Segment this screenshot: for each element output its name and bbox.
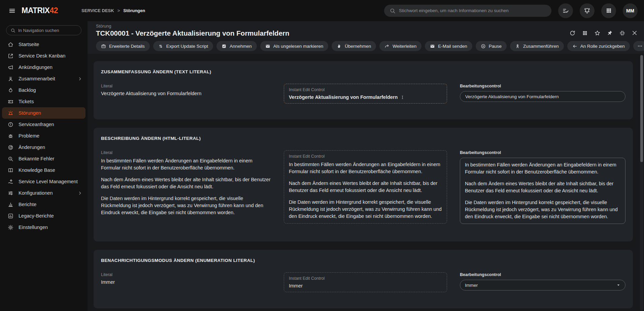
sidebar-item-label: Serviceanfragen <box>19 122 54 127</box>
sidebar-item-probleme[interactable]: Probleme <box>2 130 86 142</box>
pause-circle-icon <box>481 44 486 49</box>
more-actions-button[interactable] <box>633 41 644 51</box>
sidebar-item-aenderungen[interactable]: Änderungen <box>2 142 86 153</box>
hand-gear-icon <box>7 179 14 185</box>
sidebar-item-einstellungen[interactable]: Einstellungen <box>2 222 86 233</box>
sidebar-item-tickets[interactable]: Tickets <box>2 96 86 107</box>
sidebar-item-zusammenarbeit[interactable]: Zusammenarbeit <box>2 73 86 84</box>
apps-grid-icon <box>606 7 612 14</box>
record-dialog: Störung TCK00001 - Verzögerte Aktualisie… <box>88 21 644 311</box>
global-search-input[interactable] <box>399 8 546 13</box>
instant-edit-control[interactable]: Instant Edit Control Immer <box>284 272 447 292</box>
uebernehmen-button[interactable]: Übernehmen <box>332 41 376 51</box>
bar-chart-box-icon <box>7 213 14 219</box>
apps-button[interactable] <box>601 3 616 18</box>
breadcrumb-root[interactable]: SERVICE DESK <box>81 8 114 13</box>
sidebar-item-serviceanfragen[interactable]: Serviceanfragen <box>2 119 86 130</box>
scrollbar-track[interactable] <box>640 54 643 310</box>
instant-paragraph: Nach dem Ändern eines Wertes bleibt der … <box>289 180 442 194</box>
breadcrumb-chevron: > <box>117 8 120 13</box>
flame-icon <box>7 87 14 93</box>
an-rolle-zurueckgeben-button[interactable]: An Rolle zurückgeben <box>567 41 630 51</box>
sidebar-item-stoerungen[interactable]: Störungen <box>2 107 86 119</box>
bar-chart-icon <box>7 201 14 208</box>
bearbeitungscontrol-editor[interactable]: In bestimmten Fällen werden Änderungen a… <box>460 158 625 224</box>
search-icon <box>389 8 396 14</box>
annehmen-button[interactable]: Annehmen <box>216 41 257 51</box>
people-icon <box>7 76 14 82</box>
als-ungelesen-markieren-button[interactable]: Als ungelesen markieren <box>260 41 329 51</box>
search-alert-icon <box>7 156 14 162</box>
literal-paragraph: Nach dem Ändern eines Wertes bleibt der … <box>101 176 271 190</box>
sidebar-item-service-desk-kanban[interactable]: Service Desk Kanban <box>2 50 86 62</box>
instant-edit-value: Verzögerte Aktualisierung von Formularfe… <box>289 94 398 100</box>
close-button[interactable] <box>631 29 638 37</box>
field-label: Instant Edit Control <box>289 154 442 159</box>
sidebar-item-bekannte-fehler[interactable]: Bekannte Fehler <box>2 153 86 164</box>
tasks-button[interactable] <box>558 3 573 18</box>
bearbeitungscontrol-input[interactable] <box>460 91 625 102</box>
record-type-label: Störung <box>96 24 111 29</box>
bearbeitungscontrol-dropdown[interactable]: Immer <box>460 280 625 290</box>
sidebar-item-konfigurationen[interactable]: Konfigurationen <box>2 187 86 199</box>
merge-person-icon <box>515 44 520 49</box>
sidebar-item-startseite[interactable]: Startseite <box>2 39 86 50</box>
button-label: Erweiterte Details <box>109 44 145 49</box>
sidebar-search-input[interactable] <box>18 28 77 33</box>
instant-edit-control[interactable]: Instant Edit Control In bestimmten Fälle… <box>284 150 447 224</box>
export-update-script-button[interactable]: Export Update Script <box>153 41 213 51</box>
notifications-button[interactable] <box>580 3 595 18</box>
user-avatar[interactable]: MM <box>623 3 638 18</box>
instant-edit-control[interactable]: Instant Edit Control Verzögerte Aktualis… <box>284 84 447 104</box>
refresh-icon <box>569 30 576 36</box>
action-toolbar: Erweiterte Details Export Update Script … <box>96 41 638 51</box>
chevron-right-icon <box>78 77 82 81</box>
pin-button[interactable] <box>606 29 613 37</box>
sidebar-item-label: Änderungen <box>19 145 45 150</box>
page-title: TCK00001 - Verzögerte Aktualisierung von… <box>96 29 290 37</box>
field-label: Instant Edit Control <box>289 87 442 92</box>
app-logo[interactable]: MATRIX42 <box>22 6 58 15</box>
collapse-button[interactable] <box>618 29 626 37</box>
field-label: Bearbeitungscontrol <box>460 150 625 155</box>
grab-hand-icon <box>337 44 342 49</box>
sidebar-item-backlog[interactable]: Backlog <box>2 84 86 96</box>
editor-paragraph: Nach dem Ändern eines Wertes bleibt der … <box>465 180 620 194</box>
section-benachrichtigungsmodus: BENACHRICHTIGUNGSMODUS ÄNDERN (ENUMERATI… <box>94 250 633 308</box>
sidebar-item-label: Ankündigungen <box>19 65 53 70</box>
layout-grid-button[interactable] <box>581 29 588 37</box>
pause-button[interactable]: Pause <box>476 41 507 51</box>
refresh-button[interactable] <box>569 29 576 37</box>
global-search[interactable] <box>384 5 551 17</box>
breadcrumb-current: Störungen <box>123 8 145 13</box>
email-senden-button[interactable]: E-Mail senden <box>425 41 472 51</box>
envelope-icon <box>430 44 435 49</box>
sidebar-item-label: Probleme <box>19 133 39 139</box>
hamburger-menu-button[interactable] <box>6 5 18 17</box>
sidebar-item-knowledge-base[interactable]: Knowledge Base <box>2 164 86 176</box>
button-label: Annehmen <box>230 44 251 49</box>
editor-paragraph: In bestimmten Fällen werden Änderungen a… <box>465 161 620 176</box>
ellipsis-icon <box>637 43 643 49</box>
alert-circle-icon <box>7 121 14 128</box>
sidebar-search[interactable] <box>6 25 81 35</box>
sidebar-item-label: Tickets <box>19 99 34 104</box>
favorite-button[interactable] <box>594 29 601 37</box>
sidebar-item-label: Backlog <box>19 87 36 93</box>
erweiterte-details-button[interactable]: Erweiterte Details <box>96 41 150 51</box>
zusammenfuehren-button[interactable]: Zusammenführen <box>510 41 564 51</box>
edit-control-field: Bearbeitungscontrol Immer <box>460 272 625 292</box>
literal-value: Immer <box>101 279 271 285</box>
sidebar-item-legacy-berichte[interactable]: Legacy-Berichte <box>2 210 86 222</box>
literal-field: Literal Immer <box>101 272 271 292</box>
sidebar-item-berichte[interactable]: Berichte <box>2 199 86 210</box>
logo-text: MATRIX <box>22 6 49 15</box>
field-label: Literal <box>101 84 271 88</box>
field-label: Bearbeitungscontrol <box>460 272 625 277</box>
sidebar-item-service-level-management[interactable]: Service Level Management <box>2 176 86 187</box>
sidebar-item-ankuendigungen[interactable]: Ankündigungen <box>2 62 86 73</box>
sidebar-item-label: Zusammenarbeit <box>19 76 55 81</box>
scrollbar-thumb[interactable] <box>640 55 643 162</box>
instant-edit-value: Immer <box>289 283 442 288</box>
weiterleiten-button[interactable]: Weiterleiten <box>379 41 421 51</box>
